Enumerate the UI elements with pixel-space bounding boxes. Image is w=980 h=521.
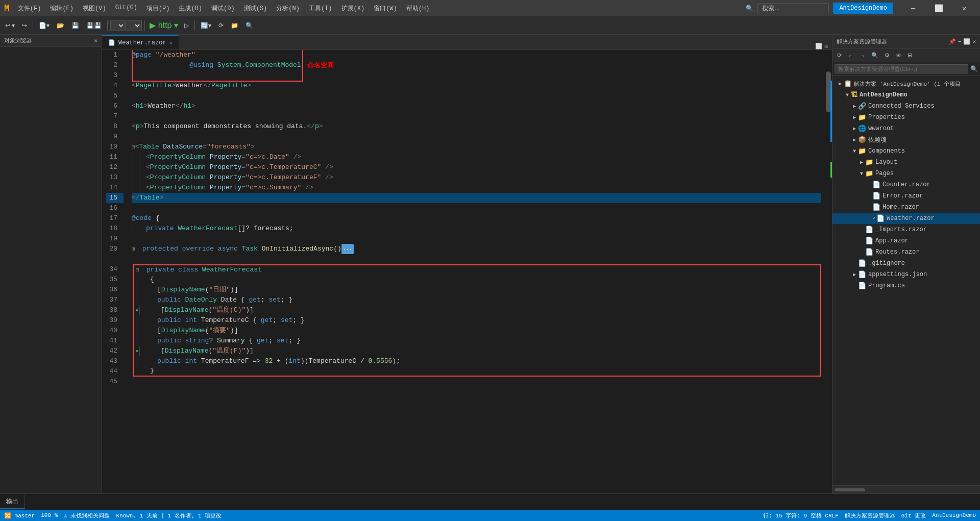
titlebar-search-input[interactable] — [757, 3, 829, 13]
tree-error-razor[interactable]: 📄 Error.razor — [832, 190, 980, 202]
tree-weather-razor[interactable]: ✓ 📄 Weather.razor — [832, 213, 980, 224]
toolbar-redo-btn[interactable]: ↪ — [19, 20, 30, 31]
tree-label-counter: Counter.razor — [883, 181, 930, 188]
object-browser-close[interactable]: ✕ — [94, 37, 97, 44]
code-line-45: } — [133, 366, 821, 377]
menu-help[interactable]: 帮助(H) — [402, 2, 434, 15]
menu-build[interactable]: 生成(B) — [175, 2, 206, 15]
minimize-button[interactable]: — — [901, 0, 925, 16]
output-tab[interactable]: 输出 — [0, 495, 25, 509]
menu-analyze[interactable]: 分析(N) — [272, 2, 304, 15]
toolbar-new-btn[interactable]: 📄▾ — [36, 20, 53, 31]
tree-program-cs[interactable]: 📄 Program.cs — [832, 280, 980, 291]
tree-imports-razor[interactable]: 📄 _Imports.razor — [832, 224, 980, 235]
window-controls: — ⬜ ✕ — [901, 0, 976, 16]
toolbar-btn-extra[interactable]: 🔄▾ — [198, 20, 214, 31]
run-button[interactable]: ▶ http ▾ — [148, 19, 180, 31]
collapsed-code-indicator[interactable]: ... — [341, 244, 354, 254]
code-line-3 — [132, 70, 821, 81]
sol-back-btn[interactable]: ← — [845, 51, 856, 60]
solution-search-input[interactable] — [835, 64, 968, 73]
tree-label-deps: 依赖项 — [868, 136, 887, 144]
tree-app-razor[interactable]: 📄 App.razor — [832, 235, 980, 246]
tab-bar: 📄 Weather.razor ✕ ⬜ ⊞ — [102, 35, 832, 50]
menu-project[interactable]: 项目(P) — [142, 2, 174, 15]
toolbar-run2-btn[interactable]: ▷ — [181, 20, 192, 31]
menu-test[interactable]: 测试(S) — [240, 2, 272, 15]
sol-collapse-btn[interactable]: ⊞ — [905, 51, 915, 60]
toolbar-btn-extra3[interactable]: 📁 — [228, 20, 241, 31]
tree-counter-razor[interactable]: 📄 Counter.razor — [832, 179, 980, 190]
sol-scrollbar[interactable] — [832, 485, 980, 493]
solution-search-icon[interactable]: 🔍 — [970, 65, 978, 73]
menu-file[interactable]: 文件(F) — [14, 2, 45, 15]
code-line-14: <PropertyColumn Property="c=>c.Summary" … — [132, 183, 821, 193]
tree-properties[interactable]: ▶ 📁 Properties — [832, 112, 980, 123]
code-editor: 1 2 3 4 5 6 7 8 9 10 11 12 13 14 15 16 1 — [102, 50, 832, 493]
toolbar-saveall-btn[interactable]: 💾💾 — [83, 20, 105, 31]
sol-filter-btn[interactable]: 🔍 — [869, 51, 881, 60]
code-line-40: public int TemperatureC { get; set; } — [133, 315, 821, 326]
tree-connected-services[interactable]: ▶ 🔗 Connected Services — [832, 101, 980, 112]
toolbar-btn-extra4[interactable]: 🔍 — [242, 20, 256, 31]
sol-pin-btn[interactable]: 📌 — [949, 38, 956, 45]
menu-window[interactable]: 窗口(W) — [370, 2, 401, 15]
tree-appsettings[interactable]: ▶ 📄 appsettings.json — [832, 269, 980, 280]
tree-solution-root[interactable]: ▶ 📋 解决方案 'AntDesignDemo' (1 个项目 — [832, 78, 980, 89]
status-bar: 🔀 master 100 % ⚠ 未找到相关问题 Known, 1 天前 | 1… — [0, 510, 980, 521]
tree-label-components: Components — [868, 147, 905, 155]
project-label: AntDesignDemo — [860, 91, 908, 98]
tree-wwwroot[interactable]: ▶ 🌐 wwwroot — [832, 123, 980, 134]
sol-settings-btn[interactable]: ⚙ — [882, 51, 892, 60]
debug-config-select[interactable]: Debug — [110, 20, 126, 31]
toolbar-undo-btn[interactable]: ↩ ▾ — [2, 20, 18, 31]
tree-project[interactable]: ▼ 🏗 AntDesignDemo — [832, 89, 980, 101]
sol-preview-btn[interactable]: 👁 — [893, 51, 904, 60]
toolbar-open-btn[interactable]: 📂 — [54, 20, 67, 31]
sol-close-btn[interactable]: ✕ — [972, 38, 976, 45]
output-panel: 输出 — [0, 493, 980, 510]
app-name-status[interactable]: AntDesignDemo — [932, 512, 976, 518]
editor-split-btn[interactable]: ⬜ — [815, 43, 822, 49]
toolbar-btn-extra2[interactable]: ⟳ — [215, 20, 227, 31]
menu-bar: 文件(F) 编辑(E) 视图(V) Git(G) 项目(P) 生成(B) 调试(… — [14, 2, 434, 15]
menu-tools[interactable]: 工具(T) — [305, 2, 336, 15]
menu-git[interactable]: Git(G) — [111, 2, 141, 15]
sol-sync-btn[interactable]: ⟳ — [835, 51, 844, 60]
sol-arrow-btn[interactable]: ⬅ — [958, 38, 962, 45]
editor-expand-btn[interactable]: ⊞ — [824, 43, 828, 49]
tree-components[interactable]: ▼ 📁 Components — [832, 145, 980, 157]
tree-layout[interactable]: ▶ 📁 Layout — [832, 157, 980, 168]
tree-gitignore[interactable]: 📄 .gitignore — [832, 258, 980, 269]
tree-arrow-solution: ▶ — [837, 81, 844, 87]
tree-pages[interactable]: ▼ 📁 Pages — [832, 168, 980, 179]
sol-forward-btn[interactable]: → — [857, 51, 868, 60]
sol-expand-btn[interactable]: ⬜ — [963, 38, 970, 45]
close-button[interactable]: ✕ — [952, 0, 976, 16]
sol-scrollbar-thumb — [835, 488, 865, 491]
menu-view[interactable]: 视图(V) — [79, 2, 110, 15]
code-line-5 — [132, 91, 821, 101]
tree-label-properties: Properties — [868, 114, 905, 121]
platform-select[interactable]: Any CPU — [127, 20, 142, 31]
tree-dependencies[interactable]: ▶ 📦 依赖项 — [832, 134, 980, 145]
menu-debug[interactable]: 调试(D) — [207, 2, 239, 15]
object-browser-panel: 对象浏览器 ✕ — [0, 35, 102, 493]
git-branch-status[interactable]: 🔀 master — [4, 512, 35, 519]
toolbar-save-btn[interactable]: 💾 — [68, 20, 82, 31]
git-updates-link[interactable]: Git 更改 — [901, 512, 926, 519]
editor-scrollbar[interactable] — [825, 50, 832, 493]
code-line-19 — [132, 234, 821, 244]
maximize-button[interactable]: ⬜ — [927, 0, 950, 16]
tree-routes-razor[interactable]: 📄 Routes.razor — [832, 246, 980, 258]
sol-explorer-link[interactable]: 解决方案资源管理器 — [845, 512, 895, 519]
tab-weather-razor[interactable]: 📄 Weather.razor ✕ — [102, 35, 179, 49]
tab-close-btn[interactable]: ✕ — [169, 40, 173, 46]
menu-extensions[interactable]: 扩展(X) — [337, 2, 369, 15]
menu-edit[interactable]: 编辑(E) — [46, 2, 78, 15]
tab-label: Weather.razor — [118, 39, 166, 46]
title-bar: M 文件(F) 编辑(E) 视图(V) Git(G) 项目(P) 生成(B) 调… — [0, 0, 980, 16]
tree-home-razor[interactable]: 📄 Home.razor — [832, 202, 980, 213]
tree-label-app: App.razor — [875, 237, 909, 244]
code-area[interactable]: @page "/weather" @using System.Component… — [128, 50, 825, 493]
